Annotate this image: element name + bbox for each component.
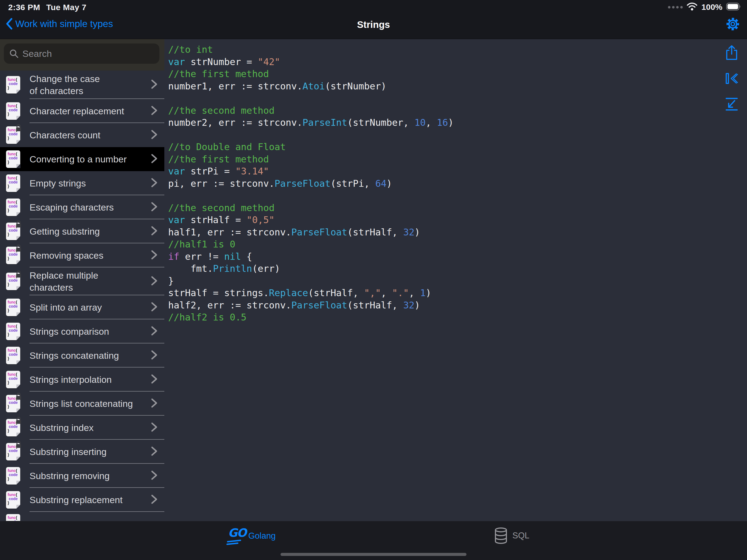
code-segment: //the first method [168, 154, 269, 164]
code-line: fmt.Println(err) [168, 262, 714, 275]
func-code-doc-icon: func{ code} [6, 491, 20, 509]
home-indicator[interactable] [281, 553, 466, 556]
code-line: var strHalf = "0,5" [168, 214, 714, 226]
code-segment: 64 [375, 178, 386, 189]
doc-icon-text: func{ code} [6, 299, 20, 312]
code-segment: ) [426, 287, 431, 298]
code-segment: (strHalf, [347, 300, 403, 311]
sidebar-item-split-into-an-array[interactable]: func{ code}Split into an array [0, 295, 164, 320]
code-segment: (strNumber) [325, 81, 386, 92]
sidebar-item-substring-inserting[interactable]: func{ code}Substring inserting [0, 440, 164, 464]
func-code-doc-icon: func{ code} [6, 323, 20, 340]
row-chevron [151, 201, 158, 213]
bottom-tab-bar: GO Golang SQL [0, 521, 747, 560]
code-segment: //the second method [168, 105, 275, 116]
sidebar-item-converting-to-a-number[interactable]: func{ code}Converting to a number [0, 147, 164, 171]
code-segment: var [168, 214, 190, 225]
tab-golang[interactable]: GO Golang [226, 527, 276, 545]
code-toolbar [725, 46, 739, 111]
row-chevron [151, 301, 158, 313]
code-segment: ParseFloat [291, 227, 347, 238]
sidebar-item-escaping-characters[interactable]: func{ code}Escaping characters [0, 195, 164, 219]
lock-icon [15, 417, 22, 424]
sidebar-item-characters-count[interactable]: func{ code}Characters count [0, 123, 164, 147]
collapse-button[interactable] [725, 97, 739, 111]
sidebar-item-removing-spaces[interactable]: func{ code}Removing spaces [0, 244, 164, 268]
lock-icon [15, 271, 22, 278]
code-segment: //to Double and Float [168, 142, 286, 152]
code-segment: //half2 is 0.5 [168, 312, 247, 323]
func-code-doc-icon: func{ code} [6, 102, 20, 120]
share-button[interactable] [725, 46, 739, 60]
doc-icon-text: func{ code} [6, 467, 20, 481]
sidebar-item-strings-interpolation[interactable]: func{ code}Strings interpolation [0, 367, 164, 391]
sidebar-item-substring-removing[interactable]: func{ code}Substring removing [0, 464, 164, 488]
sidebar-item-label: Getting substring [29, 225, 100, 237]
func-code-doc-icon: func{ code} [6, 273, 20, 290]
sidebar-item-substring-index[interactable]: func{ code}Substring index [0, 416, 164, 440]
search-input[interactable]: Search [4, 44, 159, 64]
code-line: //to Double and Float [168, 141, 714, 153]
code-segment: number2, err := strconv. [168, 117, 302, 128]
chevron-right-icon [151, 494, 158, 505]
sidebar-item-strings-list-concatenating[interactable]: func{ code}Strings list concatenating [0, 391, 164, 416]
sidebar: Search func{ code}Change the caseof char… [0, 39, 164, 521]
tab-sql[interactable]: SQL [494, 527, 530, 544]
sidebar-item-label: Strings list concatenating [29, 398, 133, 410]
code-line: if err != nil { [168, 251, 714, 263]
page-title: Strings [0, 19, 747, 30]
code-segment: "0,5" [247, 214, 275, 225]
sidebar-item-strings-comparison[interactable]: func{ code}Strings comparison [0, 320, 164, 343]
code-segment: (err) [252, 263, 280, 274]
chevron-right-icon [151, 470, 158, 481]
func-code-doc-icon: func{ code} [6, 299, 20, 316]
code-segment: strHalf = [190, 214, 247, 225]
skip-to-start-button[interactable] [725, 71, 739, 85]
sidebar-item-empty-strings[interactable]: func{ code}Empty strings [0, 171, 164, 195]
sidebar-item-substring-replacement[interactable]: func{ code}Substring replacement [0, 488, 164, 512]
code-segment: nil [224, 251, 241, 262]
settings-button[interactable] [726, 17, 740, 31]
sidebar-item-partial[interactable]: func{ code} [0, 512, 164, 521]
code-segment: 10 [414, 117, 426, 128]
cellular-signal-icon [668, 6, 683, 8]
row-chevron [151, 325, 158, 337]
tab-sql-label: SQL [512, 531, 530, 541]
sidebar-item-getting-substring[interactable]: func{ code}Getting substring [0, 219, 164, 244]
row-chevron [151, 422, 158, 434]
row-chevron [151, 374, 158, 385]
wifi-icon [687, 2, 697, 12]
func-code-doc-icon: func{ code} [6, 247, 20, 264]
sidebar-item-change-the-case[interactable]: func{ code}Change the caseof characters [0, 71, 164, 99]
func-code-doc-icon: func{ code} [6, 76, 20, 94]
sidebar-item-label: Empty strings [29, 177, 86, 189]
battery-percent: 100% [701, 2, 722, 12]
code-segment: strNumber = [190, 56, 258, 67]
code-segment: "42" [258, 56, 280, 67]
row-chevron [151, 225, 158, 237]
search-placeholder: Search [22, 48, 52, 59]
row-chevron [151, 153, 158, 165]
code-segment: Println [213, 263, 252, 274]
code-segment: "3.14" [235, 166, 269, 177]
chevron-right-icon [151, 446, 158, 457]
code-segment: //half1 is 0 [168, 239, 235, 250]
chevron-right-icon [151, 225, 158, 236]
status-time-date: 2:36 PMTue May 7 [8, 3, 86, 12]
status-time: 2:36 PM [8, 3, 40, 12]
sidebar-item-label: Converting to a number [29, 153, 127, 165]
topics-list: func{ code}Change the caseof charactersf… [0, 71, 164, 521]
sidebar-item-strings-concatenating[interactable]: func{ code}Strings concatenating [0, 343, 164, 367]
chevron-right-icon [151, 422, 158, 433]
sidebar-item-replace-multiple[interactable]: func{ code}Replace multiplecharacters [0, 268, 164, 295]
header-bar: 2:36 PMTue May 7 100% Work with simple t… [0, 0, 747, 39]
code-segment: var [168, 56, 190, 67]
code-segment: number1, err := strconv. [168, 81, 302, 92]
code-segment: //to int [168, 44, 213, 55]
code-segment: //the first method [168, 68, 269, 79]
sidebar-item-character-replacement[interactable]: func{ code}Character replacement [0, 99, 164, 123]
code-line: strHalf = strings.Replace(strHalf, ",", … [168, 287, 714, 299]
chevron-right-icon [151, 177, 158, 188]
code-line [168, 189, 714, 202]
code-line: half2, err := strconv.ParseFloat(strHalf… [168, 299, 714, 311]
